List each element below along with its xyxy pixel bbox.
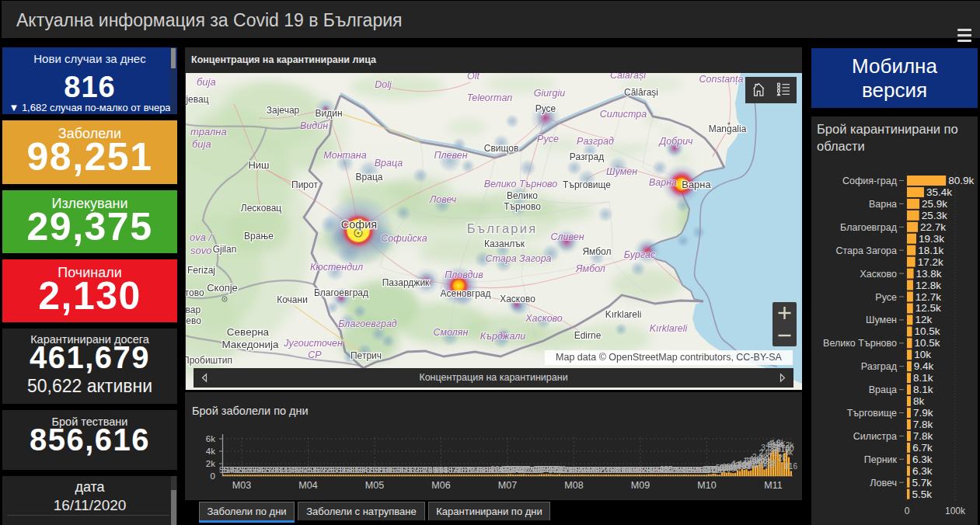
svg-text:Търговище: Търговище bbox=[563, 179, 611, 190]
svg-text:Dolj: Dolj bbox=[375, 79, 392, 90]
svg-text:3k: 3k bbox=[784, 448, 793, 457]
svg-text:Благоевград: Благоевград bbox=[338, 318, 397, 329]
svg-text:19.3k: 19.3k bbox=[919, 233, 944, 245]
svg-text:Giurgiu: Giurgiu bbox=[534, 88, 565, 99]
svg-text:5.7k: 5.7k bbox=[912, 477, 933, 488]
svg-text:Разград: Разград bbox=[861, 361, 898, 372]
svg-text:Благоевград: Благоевград bbox=[840, 222, 898, 233]
svg-text:Враца: Враца bbox=[869, 384, 897, 395]
svg-text:12.7k: 12.7k bbox=[915, 291, 941, 303]
svg-text:M10: M10 bbox=[697, 480, 716, 491]
svg-text:13.8k: 13.8k bbox=[916, 268, 942, 280]
svg-text:Разград: Разград bbox=[577, 136, 614, 147]
svg-text:Пирот: Пирот bbox=[291, 179, 318, 190]
svg-text:M08: M08 bbox=[564, 480, 583, 491]
svg-text:6.3k: 6.3k bbox=[912, 465, 933, 477]
svg-text:Стара Загора: Стара Загора bbox=[485, 253, 551, 264]
svg-text:8k: 8k bbox=[913, 395, 925, 407]
svg-text:6k: 6k bbox=[206, 434, 215, 443]
svg-text:Лесковац: Лесковац bbox=[241, 203, 282, 214]
svg-text:12k: 12k bbox=[915, 314, 932, 325]
svg-text:Русе: Русе bbox=[537, 134, 559, 144]
svg-text:10.5k: 10.5k bbox=[915, 337, 940, 349]
svg-text:Mangalia: Mangalia bbox=[709, 123, 747, 134]
svg-text:Добрич: Добрич bbox=[657, 136, 693, 147]
svg-text:Кочани: Кочани bbox=[277, 294, 308, 305]
svg-text:5.5k: 5.5k bbox=[912, 488, 932, 500]
svg-text:Силистра: Силистра bbox=[600, 109, 647, 120]
svg-text:Шумен: Шумен bbox=[866, 315, 897, 325]
svg-text:1,253: 1,253 bbox=[757, 459, 776, 468]
svg-text:6.7k: 6.7k bbox=[912, 442, 933, 454]
svg-text:Македонија: Македонија bbox=[221, 339, 279, 350]
svg-text:Пробиштип: Пробиштип bbox=[186, 355, 232, 366]
svg-text:Перник: Перник bbox=[864, 454, 898, 465]
svg-text:Монтана: Монтана bbox=[323, 150, 366, 161]
svg-text:Софийска: Софийска bbox=[381, 233, 427, 244]
svg-text:7.8k: 7.8k bbox=[913, 419, 933, 430]
svg-text:4k: 4k bbox=[206, 447, 215, 456]
svg-text:етово: етово bbox=[186, 287, 204, 298]
svg-text:чево: чево bbox=[186, 315, 201, 326]
svg-text:6.3k: 6.3k bbox=[912, 454, 933, 465]
svg-text:Русе: Русе bbox=[535, 103, 556, 114]
svg-text:Edirne: Edirne bbox=[574, 330, 602, 341]
svg-text:Врање: Врање bbox=[244, 231, 274, 242]
svg-text:Видин: Видин bbox=[315, 108, 342, 119]
svg-text:Русе: Русе bbox=[875, 292, 897, 303]
svg-text:7.8k: 7.8k bbox=[913, 430, 933, 442]
svg-text:8.1k: 8.1k bbox=[913, 384, 933, 395]
svg-text:Плевен: Плевен bbox=[434, 150, 467, 161]
svg-text:17.2k: 17.2k bbox=[918, 256, 943, 268]
svg-text:България: България bbox=[467, 221, 538, 235]
svg-text:Olt: Olt bbox=[467, 73, 480, 82]
svg-text:18.1k: 18.1k bbox=[918, 245, 943, 256]
svg-text:Кърджали: Кърджали bbox=[480, 331, 525, 342]
svg-text:80.9k: 80.9k bbox=[948, 175, 974, 186]
svg-text:Хасково: Хасково bbox=[500, 294, 535, 304]
svg-text:Кюстендил: Кюстендил bbox=[310, 262, 363, 273]
svg-text:Враца: Враца bbox=[356, 172, 383, 183]
svg-text:Разград: Разград bbox=[570, 151, 604, 162]
svg-text:12.5k: 12.5k bbox=[915, 302, 941, 314]
svg-text:Търново: Търново bbox=[504, 201, 541, 212]
svg-text:Търговище: Търговище bbox=[847, 408, 897, 419]
svg-text:M11: M11 bbox=[764, 480, 782, 491]
svg-text:Југоисточен: Југоисточен bbox=[283, 338, 343, 349]
svg-text:M06: M06 bbox=[431, 480, 450, 491]
svg-text:Смолян: Смолян bbox=[434, 327, 469, 338]
svg-text:СР: СР bbox=[308, 349, 322, 360]
svg-text:816: 816 bbox=[784, 462, 797, 471]
svg-text:Видин: Видин bbox=[300, 120, 328, 131]
svg-text:M04: M04 bbox=[298, 480, 317, 491]
svg-text:9.4k: 9.4k bbox=[914, 360, 934, 372]
svg-text:бија: бија bbox=[192, 138, 211, 150]
svg-text:Хасково: Хасково bbox=[860, 269, 897, 280]
svg-text:Враца: Враца bbox=[375, 158, 403, 169]
svg-text:sovo: sovo bbox=[190, 245, 211, 256]
svg-text:Ловеч: Ловеч bbox=[429, 194, 457, 205]
svg-text:22.7k: 22.7k bbox=[920, 221, 946, 233]
svg-text:ујевац: ујевац bbox=[186, 94, 209, 105]
svg-text:Călăraşi: Călăraşi bbox=[624, 87, 658, 98]
svg-text:Велико: Велико bbox=[507, 190, 538, 201]
svg-text:Варна: Варна bbox=[649, 177, 677, 188]
svg-text:Teleorman: Teleorman bbox=[467, 92, 513, 103]
svg-text:Kırklareli: Kırklareli bbox=[605, 309, 642, 320]
svg-text:Велико Търново: Велико Търново bbox=[484, 179, 558, 189]
svg-text:Казанлък: Казанлък bbox=[484, 238, 525, 249]
svg-text:Călărași: Călărași bbox=[610, 73, 647, 81]
svg-text:M07: M07 bbox=[498, 480, 517, 491]
svg-text:Gjilan: Gjilan bbox=[213, 244, 237, 255]
svg-text:Зајечар: Зајечар bbox=[267, 105, 300, 116]
svg-text:Ямбол: Ямбол bbox=[582, 246, 611, 257]
svg-text:Kırklareli: Kırklareli bbox=[650, 323, 689, 334]
svg-text:Ямбол: Ямбол bbox=[575, 263, 605, 274]
svg-text:Варна: Варна bbox=[869, 199, 897, 210]
svg-text:2k: 2k bbox=[206, 459, 215, 468]
svg-text:25.9k: 25.9k bbox=[922, 198, 947, 210]
svg-text:0: 0 bbox=[211, 471, 215, 481]
svg-text:7.9k: 7.9k bbox=[913, 407, 933, 419]
svg-text:M05: M05 bbox=[365, 480, 384, 491]
svg-text:Бургас: Бургас bbox=[624, 249, 656, 260]
